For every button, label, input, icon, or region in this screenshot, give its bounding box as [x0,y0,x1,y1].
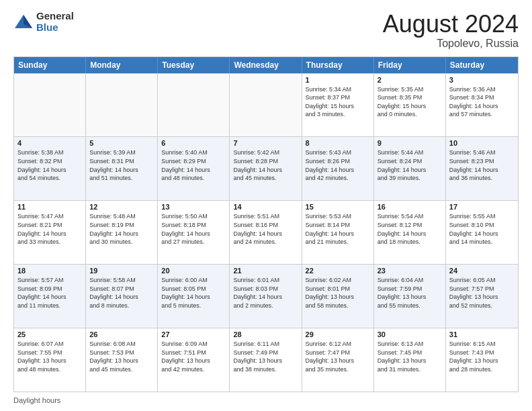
cal-cell-0-3 [230,74,302,137]
calendar-row-0: 1Sunrise: 5:34 AM Sunset: 8:37 PM Daylig… [14,73,518,137]
day-number: 9 [378,139,442,147]
cal-cell-2-4: 15Sunrise: 5:53 AM Sunset: 8:14 PM Dayli… [302,201,374,264]
calendar-row-2: 11Sunrise: 5:47 AM Sunset: 8:21 PM Dayli… [14,200,518,264]
cal-cell-1-6: 10Sunrise: 5:46 AM Sunset: 8:23 PM Dayli… [446,137,518,200]
cell-text: Sunrise: 5:44 AM Sunset: 8:24 PM Dayligh… [378,148,442,182]
sub-title: Topolevo, Russia [383,38,519,50]
header-day-monday: Monday [86,57,158,73]
day-number: 19 [89,267,154,275]
logo-icon [13,12,34,32]
main-title: August 2024 [383,11,519,38]
cell-text: Sunrise: 6:08 AM Sunset: 7:53 PM Dayligh… [89,340,154,373]
cal-cell-4-3: 28Sunrise: 6:11 AM Sunset: 7:49 PM Dayli… [230,328,302,392]
cell-text: Sunrise: 5:39 AM Sunset: 8:31 PM Dayligh… [89,148,154,182]
day-number: 23 [378,267,442,275]
header-day-friday: Friday [374,57,446,73]
calendar: SundayMondayTuesdayWednesdayThursdayFrid… [13,56,519,392]
day-number: 25 [17,330,82,338]
cell-text: Sunrise: 6:07 AM Sunset: 7:55 PM Dayligh… [17,340,82,373]
cal-cell-2-5: 16Sunrise: 5:54 AM Sunset: 8:12 PM Dayli… [374,201,446,264]
cell-text: Sunrise: 6:04 AM Sunset: 7:59 PM Dayligh… [378,276,442,310]
cal-cell-2-1: 12Sunrise: 5:48 AM Sunset: 8:19 PM Dayli… [86,201,158,264]
cell-text: Sunrise: 5:35 AM Sunset: 8:35 PM Dayligh… [378,85,442,119]
day-number: 16 [378,203,442,211]
cell-text: Sunrise: 6:01 AM Sunset: 8:03 PM Dayligh… [233,276,298,310]
cell-text: Sunrise: 5:46 AM Sunset: 8:23 PM Dayligh… [449,148,515,182]
header: General Blue August 2024 Topolevo, Russi… [13,11,519,50]
calendar-row-1: 4Sunrise: 5:38 AM Sunset: 8:32 PM Daylig… [14,136,518,200]
cell-text: Sunrise: 5:48 AM Sunset: 8:19 PM Dayligh… [89,212,154,246]
cell-text: Sunrise: 5:36 AM Sunset: 8:34 PM Dayligh… [449,85,515,119]
cal-cell-3-4: 22Sunrise: 6:02 AM Sunset: 8:01 PM Dayli… [302,265,374,328]
header-day-wednesday: Wednesday [230,57,302,73]
day-number: 11 [17,203,82,211]
cal-cell-0-0 [14,74,86,137]
day-number: 22 [306,267,370,275]
cell-text: Sunrise: 6:15 AM Sunset: 7:43 PM Dayligh… [449,340,515,373]
cal-cell-0-1 [86,74,158,137]
cell-text: Sunrise: 6:09 AM Sunset: 7:51 PM Dayligh… [161,340,226,373]
logo-blue: Blue [36,22,74,34]
cal-cell-2-6: 17Sunrise: 5:55 AM Sunset: 8:10 PM Dayli… [446,201,518,264]
cell-text: Sunrise: 5:55 AM Sunset: 8:10 PM Dayligh… [449,212,515,246]
calendar-row-4: 25Sunrise: 6:07 AM Sunset: 7:55 PM Dayli… [14,328,518,392]
day-number: 5 [89,139,154,147]
day-number: 2 [378,76,442,84]
calendar-body: 1Sunrise: 5:34 AM Sunset: 8:37 PM Daylig… [14,73,518,392]
day-number: 10 [449,139,515,147]
cell-text: Sunrise: 6:00 AM Sunset: 8:05 PM Dayligh… [161,276,226,310]
cal-cell-4-6: 31Sunrise: 6:15 AM Sunset: 7:43 PM Dayli… [446,328,518,392]
cell-text: Sunrise: 5:34 AM Sunset: 8:37 PM Dayligh… [306,85,370,119]
logo-text: General Blue [36,11,74,33]
cell-text: Sunrise: 6:11 AM Sunset: 7:49 PM Dayligh… [233,340,298,373]
cal-cell-1-4: 8Sunrise: 5:43 AM Sunset: 8:26 PM Daylig… [302,137,374,200]
day-number: 18 [17,267,82,275]
calendar-row-3: 18Sunrise: 5:57 AM Sunset: 8:09 PM Dayli… [14,264,518,328]
cell-text: Sunrise: 6:13 AM Sunset: 7:45 PM Dayligh… [378,340,442,373]
cell-text: Sunrise: 5:40 AM Sunset: 8:29 PM Dayligh… [161,148,226,182]
day-number: 1 [306,76,370,84]
cal-cell-0-4: 1Sunrise: 5:34 AM Sunset: 8:37 PM Daylig… [302,74,374,137]
header-day-tuesday: Tuesday [158,57,230,73]
day-number: 15 [306,203,370,211]
cell-text: Sunrise: 5:53 AM Sunset: 8:14 PM Dayligh… [306,212,370,246]
cell-text: Sunrise: 5:42 AM Sunset: 8:28 PM Dayligh… [233,148,298,182]
day-number: 26 [89,330,154,338]
day-number: 28 [233,330,298,338]
day-number: 12 [89,203,154,211]
cal-cell-1-1: 5Sunrise: 5:39 AM Sunset: 8:31 PM Daylig… [86,137,158,200]
cal-cell-0-6: 3Sunrise: 5:36 AM Sunset: 8:34 PM Daylig… [446,74,518,137]
day-number: 7 [233,139,298,147]
cal-cell-3-1: 19Sunrise: 5:58 AM Sunset: 8:07 PM Dayli… [86,265,158,328]
calendar-header: SundayMondayTuesdayWednesdayThursdayFrid… [14,57,518,73]
day-number: 4 [17,139,82,147]
logo: General Blue [13,11,74,33]
title-block: August 2024 Topolevo, Russia [383,11,519,50]
day-number: 21 [233,267,298,275]
day-number: 24 [449,267,515,275]
cal-cell-4-0: 25Sunrise: 6:07 AM Sunset: 7:55 PM Dayli… [14,328,86,392]
cal-cell-1-3: 7Sunrise: 5:42 AM Sunset: 8:28 PM Daylig… [230,137,302,200]
day-number: 31 [449,330,515,338]
cal-cell-4-2: 27Sunrise: 6:09 AM Sunset: 7:51 PM Dayli… [158,328,230,392]
cal-cell-4-1: 26Sunrise: 6:08 AM Sunset: 7:53 PM Dayli… [86,328,158,392]
cal-cell-2-0: 11Sunrise: 5:47 AM Sunset: 8:21 PM Dayli… [14,201,86,264]
cal-cell-3-0: 18Sunrise: 5:57 AM Sunset: 8:09 PM Dayli… [14,265,86,328]
footer: Daylight hours [13,396,519,404]
day-number: 6 [161,139,226,147]
cal-cell-0-5: 2Sunrise: 5:35 AM Sunset: 8:35 PM Daylig… [374,74,446,137]
cal-cell-4-5: 30Sunrise: 6:13 AM Sunset: 7:45 PM Dayli… [374,328,446,392]
cal-cell-3-6: 24Sunrise: 6:05 AM Sunset: 7:57 PM Dayli… [446,265,518,328]
day-number: 14 [233,203,298,211]
cal-cell-1-5: 9Sunrise: 5:44 AM Sunset: 8:24 PM Daylig… [374,137,446,200]
cal-cell-4-4: 29Sunrise: 6:12 AM Sunset: 7:47 PM Dayli… [302,328,374,392]
cal-cell-3-5: 23Sunrise: 6:04 AM Sunset: 7:59 PM Dayli… [374,265,446,328]
logo-general: General [36,11,74,22]
cell-text: Sunrise: 5:50 AM Sunset: 8:18 PM Dayligh… [161,212,226,246]
cell-text: Sunrise: 5:51 AM Sunset: 8:16 PM Dayligh… [233,212,298,246]
day-number: 17 [449,203,515,211]
cal-cell-3-3: 21Sunrise: 6:01 AM Sunset: 8:03 PM Dayli… [230,265,302,328]
cell-text: Sunrise: 5:43 AM Sunset: 8:26 PM Dayligh… [306,148,370,182]
day-number: 29 [306,330,370,338]
day-number: 30 [378,330,442,338]
